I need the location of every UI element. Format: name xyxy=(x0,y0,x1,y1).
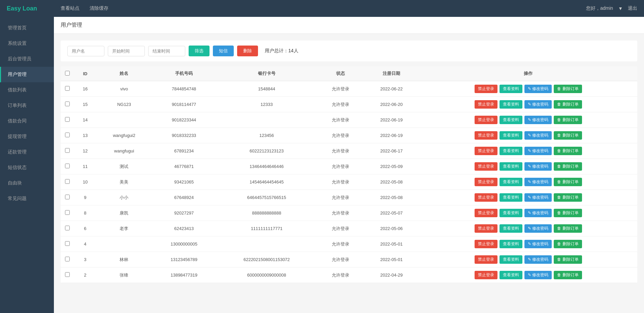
edit-password-button[interactable]: ✎ 修改密码 xyxy=(524,271,552,279)
delete-order-button[interactable]: 🗑 删除订单 xyxy=(554,100,582,109)
edit-password-button[interactable]: ✎ 修改密码 xyxy=(524,162,552,171)
cell-reg-date: 2022-06-22 xyxy=(364,81,419,97)
sidebar-item-admin-management[interactable]: 后台管理员 xyxy=(0,51,54,67)
edit-password-button[interactable]: ✎ 修改密码 xyxy=(524,224,552,233)
edit-password-button[interactable]: ✎ 修改密码 xyxy=(524,131,552,140)
edit-password-button[interactable]: ✎ 修改密码 xyxy=(524,147,552,155)
ban-login-button[interactable]: 禁止登录 xyxy=(475,178,497,186)
view-profile-button[interactable]: 查看资料 xyxy=(500,224,522,233)
edit-password-button[interactable]: ✎ 修改密码 xyxy=(524,116,552,124)
row-checkbox[interactable] xyxy=(65,210,70,215)
view-profile-button[interactable]: 查看资料 xyxy=(500,147,522,155)
delete-order-button[interactable]: 🗑 删除订单 xyxy=(554,85,582,93)
ban-login-button[interactable]: 禁止登录 xyxy=(475,116,497,124)
ban-login-button[interactable]: 禁止登录 xyxy=(475,131,497,140)
sidebar-item-repayment-management[interactable]: 还款管理 xyxy=(0,144,54,160)
edit-password-button[interactable]: ✎ 修改密码 xyxy=(524,209,552,217)
username-input[interactable] xyxy=(67,46,104,56)
sidebar-item-free-block[interactable]: 自由块 xyxy=(0,175,54,191)
sms-button[interactable]: 短信 xyxy=(213,46,234,56)
ban-login-button[interactable]: 禁止登录 xyxy=(475,100,497,109)
edit-password-button[interactable]: ✎ 修改密码 xyxy=(524,100,552,109)
delete-order-button[interactable]: 🗑 删除订单 xyxy=(554,255,582,264)
ban-login-button[interactable]: 禁止登录 xyxy=(475,209,497,217)
table-row: 10 美美 93421065 14546464454645 允许登录 2022-… xyxy=(61,174,637,190)
edit-password-button[interactable]: ✎ 修改密码 xyxy=(524,178,552,186)
view-profile-button[interactable]: 查看资料 xyxy=(500,162,522,171)
sidebar-item-withdrawal-management[interactable]: 提现管理 xyxy=(0,129,54,144)
sidebar-item-user-management[interactable]: 用户管理 xyxy=(0,67,54,82)
view-profile-button[interactable]: 查看资料 xyxy=(500,271,522,279)
sidebar-item-dashboard[interactable]: 管理首页 xyxy=(0,20,54,36)
delete-order-button[interactable]: 🗑 删除订单 xyxy=(554,147,582,155)
cell-id: 15 xyxy=(74,97,96,112)
ban-login-button[interactable]: 禁止登录 xyxy=(475,85,497,93)
edit-password-button[interactable]: ✎ 修改密码 xyxy=(524,255,552,264)
ban-login-button[interactable]: 禁止登录 xyxy=(475,240,497,248)
row-checkbox[interactable] xyxy=(65,133,70,137)
view-profile-button[interactable]: 查看资料 xyxy=(500,116,522,124)
edit-password-button[interactable]: ✎ 修改密码 xyxy=(524,85,552,93)
delete-order-button[interactable]: 🗑 删除订单 xyxy=(554,224,582,233)
cell-bank-card: 12333 xyxy=(216,97,317,112)
delete-order-button[interactable]: 🗑 删除订单 xyxy=(554,178,582,186)
view-profile-button[interactable]: 查看资料 xyxy=(500,193,522,202)
delete-button[interactable]: 删除 xyxy=(237,46,258,56)
row-checkbox[interactable] xyxy=(65,272,70,277)
row-checkbox[interactable] xyxy=(65,226,70,230)
edit-password-button[interactable]: ✎ 修改密码 xyxy=(524,240,552,248)
cell-bank-card: 60222123123123 xyxy=(216,143,317,159)
sidebar-item-order-list[interactable]: 订单列表 xyxy=(0,98,54,113)
cell-reg-date: 2022-05-01 xyxy=(364,252,419,267)
ban-login-button[interactable]: 禁止登录 xyxy=(475,271,497,279)
view-site-link[interactable]: 查看站点 xyxy=(61,5,79,11)
row-checkbox[interactable] xyxy=(65,179,70,184)
edit-password-button[interactable]: ✎ 修改密码 xyxy=(524,193,552,202)
row-checkbox[interactable] xyxy=(65,102,70,106)
cell-id: 3 xyxy=(74,252,96,267)
sidebar-item-system-settings[interactable]: 系统设置 xyxy=(0,36,54,51)
select-all-checkbox[interactable] xyxy=(65,71,70,76)
ban-login-button[interactable]: 禁止登录 xyxy=(475,162,497,171)
ban-login-button[interactable]: 禁止登录 xyxy=(475,147,497,155)
ban-login-button[interactable]: 禁止登录 xyxy=(475,255,497,264)
table-row: 3 林林 13123456789 6222021508001153072 允许登… xyxy=(61,252,637,267)
delete-order-button[interactable]: 🗑 删除订单 xyxy=(554,271,582,279)
view-profile-button[interactable]: 查看资料 xyxy=(500,100,522,109)
main-content: 用户管理 筛选 短信 删除 用户总计：14人 xyxy=(54,17,644,313)
delete-order-button[interactable]: 🗑 删除订单 xyxy=(554,116,582,124)
end-time-input[interactable] xyxy=(148,46,185,56)
view-profile-button[interactable]: 查看资料 xyxy=(500,209,522,217)
cell-status: 允许登录 xyxy=(317,221,364,236)
start-time-input[interactable] xyxy=(108,46,145,56)
ban-login-button[interactable]: 禁止登录 xyxy=(475,193,497,202)
row-checkbox[interactable] xyxy=(65,86,70,91)
delete-order-button[interactable]: 🗑 删除订单 xyxy=(554,240,582,248)
filter-button[interactable]: 筛选 xyxy=(189,46,210,56)
delete-order-button[interactable]: 🗑 删除订单 xyxy=(554,162,582,171)
row-checkbox[interactable] xyxy=(65,117,70,122)
ban-login-button[interactable]: 禁止登录 xyxy=(475,224,497,233)
brand-logo: Easy Loan xyxy=(7,5,61,12)
view-profile-button[interactable]: 查看资料 xyxy=(500,131,522,140)
row-checkbox[interactable] xyxy=(65,257,70,261)
delete-order-button[interactable]: 🗑 删除订单 xyxy=(554,209,582,217)
view-profile-button[interactable]: 查看资料 xyxy=(500,85,522,93)
sidebar-item-loan-list[interactable]: 借款列表 xyxy=(0,82,54,98)
delete-order-button[interactable]: 🗑 删除订单 xyxy=(554,131,582,140)
sidebar-item-faq[interactable]: 常见问题 xyxy=(0,191,54,206)
view-profile-button[interactable]: 查看资料 xyxy=(500,178,522,186)
cell-reg-date: 2022-05-08 xyxy=(364,190,419,205)
delete-order-button[interactable]: 🗑 删除订单 xyxy=(554,193,582,202)
row-checkbox[interactable] xyxy=(65,148,70,153)
sidebar-item-sms-status[interactable]: 短信状态 xyxy=(0,160,54,175)
logout-button[interactable]: 退出 xyxy=(628,5,637,11)
cell-status: 允许登录 xyxy=(317,252,364,267)
row-checkbox[interactable] xyxy=(65,164,70,168)
clear-cache-link[interactable]: 清除缓存 xyxy=(90,5,108,11)
view-profile-button[interactable]: 查看资料 xyxy=(500,240,522,248)
row-checkbox[interactable] xyxy=(65,241,70,246)
sidebar-item-loan-contract[interactable]: 借款合同 xyxy=(0,113,54,129)
row-checkbox[interactable] xyxy=(65,195,70,199)
view-profile-button[interactable]: 查看资料 xyxy=(500,255,522,264)
